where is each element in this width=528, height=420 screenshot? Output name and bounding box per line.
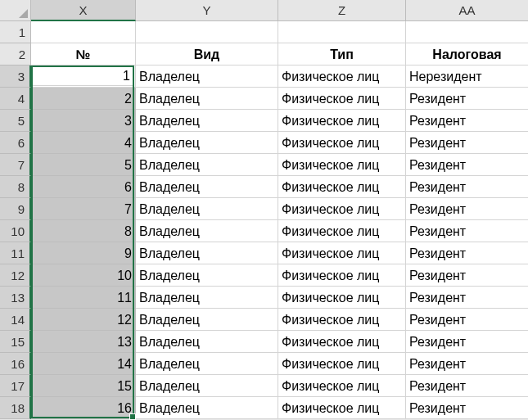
cell-number[interactable]: 16 [31, 397, 136, 419]
cell-number[interactable]: 12 [31, 309, 136, 331]
row-header[interactable]: 8 [0, 176, 31, 198]
header-number[interactable]: № [31, 43, 136, 65]
cell-number[interactable]: 9 [31, 242, 136, 264]
cell-tip[interactable]: Физическое лиц [278, 397, 406, 419]
row-header[interactable]: 5 [0, 110, 31, 132]
cell-vid[interactable]: Владелец [136, 375, 278, 397]
cell-nalog[interactable]: Резидент [406, 220, 528, 242]
cell-number[interactable]: 5 [31, 154, 136, 176]
cell-vid[interactable]: Владелец [136, 110, 278, 132]
cell-tip[interactable]: Физическое лиц [278, 88, 406, 110]
cell-tip[interactable]: Физическое лиц [278, 176, 406, 198]
cell-number[interactable]: 7 [31, 198, 136, 220]
cell-nalog[interactable]: Резидент [406, 154, 528, 176]
row-header[interactable]: 13 [0, 287, 31, 309]
cell-nalog[interactable]: Резидент [406, 309, 528, 331]
cell-vid[interactable]: Владелец [136, 309, 278, 331]
cell-tip[interactable]: Физическое лиц [278, 375, 406, 397]
cell-nalog[interactable]: Резидент [406, 132, 528, 154]
cell-tip[interactable]: Физическое лиц [278, 65, 406, 88]
header-tip[interactable]: Тип [278, 43, 406, 65]
cell-tip[interactable]: Физическое лиц [278, 242, 406, 264]
cell-vid[interactable]: Владелец [136, 331, 278, 353]
cell-number[interactable]: 8 [31, 220, 136, 242]
cell-vid[interactable]: Владелец [136, 264, 278, 287]
column-header-z[interactable]: Z [278, 0, 406, 21]
cell[interactable] [136, 21, 278, 43]
cell-tip[interactable]: Физическое лиц [278, 309, 406, 331]
row-header[interactable]: 10 [0, 220, 31, 242]
cell-tip[interactable]: Физическое лиц [278, 331, 406, 353]
cell-tip[interactable]: Физическое лиц [278, 264, 406, 287]
cell-tip[interactable]: Физическое лиц [278, 154, 406, 176]
row-header[interactable]: 3 [0, 65, 31, 88]
cell-tip[interactable]: Физическое лиц [278, 198, 406, 220]
cell-number[interactable]: 1 [31, 65, 136, 88]
cell-nalog[interactable]: Резидент [406, 331, 528, 353]
cell-number[interactable]: 10 [31, 264, 136, 287]
cell-vid[interactable]: Владелец [136, 397, 278, 419]
row-header[interactable]: 7 [0, 154, 31, 176]
cell-tip[interactable]: Физическое лиц [278, 287, 406, 309]
cell-nalog[interactable]: Резидент [406, 287, 528, 309]
header-nalog[interactable]: Налоговая [406, 43, 528, 65]
cell-vid[interactable]: Владелец [136, 65, 278, 88]
column-header-y[interactable]: Y [136, 0, 278, 21]
cell-number[interactable]: 4 [31, 132, 136, 154]
cell-nalog[interactable]: Резидент [406, 198, 528, 220]
cell-number[interactable]: 11 [31, 287, 136, 309]
cell-tip[interactable]: Физическое лиц [278, 132, 406, 154]
row-header[interactable]: 4 [0, 88, 31, 110]
cell-nalog[interactable]: Резидент [406, 397, 528, 419]
row-header[interactable]: 2 [0, 43, 31, 65]
row-header[interactable]: 15 [0, 331, 31, 353]
cell-number[interactable]: 15 [31, 375, 136, 397]
cell-nalog[interactable]: Резидент [406, 353, 528, 375]
cell-vid[interactable]: Владелец [136, 198, 278, 220]
cell-nalog[interactable]: Резидент [406, 242, 528, 264]
cell-nalog[interactable]: Резидент [406, 264, 528, 287]
row-header[interactable]: 16 [0, 353, 31, 375]
row-header[interactable]: 18 [0, 397, 31, 419]
cell[interactable] [278, 21, 406, 43]
cell-number[interactable]: 14 [31, 353, 136, 375]
cell-number[interactable]: 2 [31, 88, 136, 110]
row-header[interactable]: 9 [0, 198, 31, 220]
cell[interactable] [31, 21, 136, 43]
cell-vid[interactable]: Владелец [136, 220, 278, 242]
row-header[interactable]: 1 [0, 21, 31, 43]
cell-tip[interactable]: Физическое лиц [278, 353, 406, 375]
row-headers: 123456789101112131415161718 [0, 21, 31, 419]
cell-vid[interactable]: Владелец [136, 88, 278, 110]
row-header[interactable]: 14 [0, 309, 31, 331]
cell-nalog[interactable]: Резидент [406, 110, 528, 132]
cell-vid[interactable]: Владелец [136, 176, 278, 198]
cell-nalog[interactable]: Резидент [406, 88, 528, 110]
header-vid[interactable]: Вид [136, 43, 278, 65]
cell-tip[interactable]: Физическое лиц [278, 110, 406, 132]
row-header[interactable]: 6 [0, 132, 31, 154]
cell-vid[interactable]: Владелец [136, 242, 278, 264]
cell-nalog[interactable]: Резидент [406, 375, 528, 397]
cell-number[interactable]: 6 [31, 176, 136, 198]
row-header[interactable]: 12 [0, 264, 31, 287]
row-header[interactable]: 17 [0, 375, 31, 397]
cell-vid[interactable]: Владелец [136, 132, 278, 154]
row-header[interactable]: 11 [0, 242, 31, 264]
cell-nalog[interactable]: Резидент [406, 176, 528, 198]
column-header-x[interactable]: X [31, 0, 136, 21]
cell-number[interactable]: 13 [31, 331, 136, 353]
column-headers: XYZAA [31, 0, 528, 21]
cell-number[interactable]: 3 [31, 110, 136, 132]
cell-grid[interactable]: №ВидТипНалоговая1ВладелецФизическое лицН… [31, 21, 528, 419]
cell[interactable] [406, 21, 528, 43]
cell-vid[interactable]: Владелец [136, 287, 278, 309]
cell-vid[interactable]: Владелец [136, 353, 278, 375]
column-header-aa[interactable]: AA [406, 0, 528, 21]
cell-tip[interactable]: Физическое лиц [278, 220, 406, 242]
cell-nalog[interactable]: Нерезидент [406, 65, 528, 88]
cell-vid[interactable]: Владелец [136, 154, 278, 176]
select-all-corner[interactable] [0, 0, 31, 21]
